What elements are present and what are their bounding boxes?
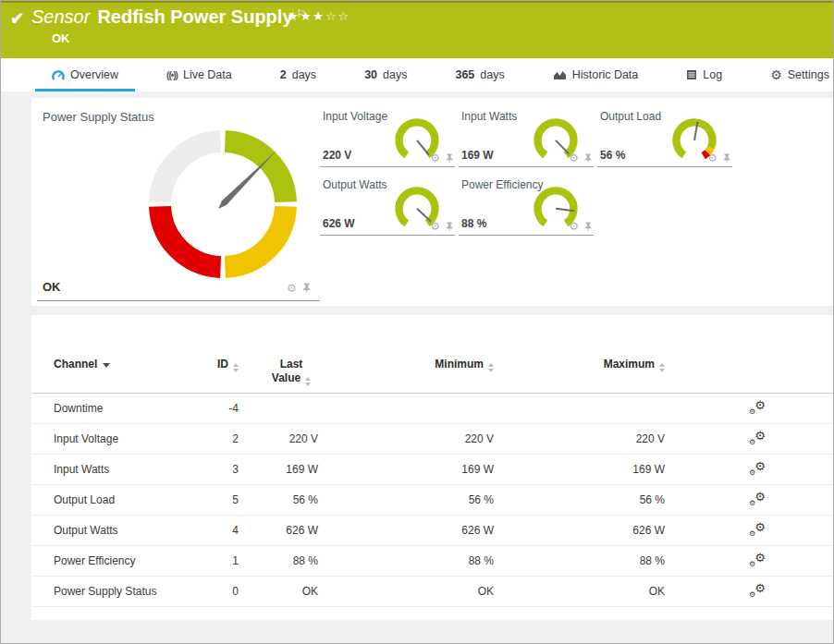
tab-log-label: Log <box>703 68 722 81</box>
channel-name: Power Efficiency <box>31 554 198 567</box>
status-gauge-divider <box>37 300 320 301</box>
channel-last-value: 626 W <box>239 524 318 537</box>
table-row-power-efficiency[interactable]: Power Efficiency 1 88 % 88 % 88 % ⚙⚙ <box>31 546 833 577</box>
tab-overview[interactable]: Overview <box>52 58 118 91</box>
mini-gauge-title: Output Load <box>600 110 661 123</box>
status-gauge-actions: ⚙ <box>287 283 311 294</box>
pin-icon[interactable] <box>723 153 730 164</box>
settings-gear-icon: ⚙ <box>770 68 782 81</box>
tab-historic-data-label: Historic Data <box>572 68 639 81</box>
channel-last-value: 169 W <box>239 463 318 476</box>
channel-id: 4 <box>198 524 239 537</box>
gauge-settings-gear-icon[interactable]: ⚙ <box>287 283 297 294</box>
channel-settings-gears-icon[interactable]: ⚙⚙ <box>749 431 766 446</box>
channel-maximum: 220 V <box>494 432 665 445</box>
table-row-input-voltage[interactable]: Input Voltage 2 220 V 220 V 220 V ⚙⚙ <box>31 424 833 455</box>
tab-overview-label: Overview <box>70 68 118 81</box>
mini-gauge-actions: ⚙ <box>707 152 730 164</box>
pin-icon[interactable] <box>446 222 453 232</box>
status-gauge-title: Power Supply Status <box>43 110 154 124</box>
sort-icon <box>305 377 311 386</box>
table-row-output-watts[interactable]: Output Watts 4 626 W 626 W 626 W ⚙⚙ <box>31 516 833 546</box>
gauge-settings-gear-icon[interactable]: ⚙ <box>430 221 440 232</box>
mini-gauge-output-watts: Output Watts 626 W ⚙ <box>320 177 455 236</box>
mini-gauge-power-efficiency: Power Efficiency 88 % ⚙ <box>459 177 594 236</box>
tab-bar: Overview ((•)) Live Data 2 days 30 days … <box>1 58 833 91</box>
tab-365-days[interactable]: 365 days <box>455 58 504 91</box>
channel-name: Downtime <box>31 402 198 415</box>
tab-30-days-number: 30 <box>364 68 377 81</box>
channel-minimum: 626 W <box>318 524 494 537</box>
table-row-output-load[interactable]: Output Load 5 56 % 56 % 56 % ⚙⚙ <box>31 485 833 516</box>
channel-settings-gears-icon[interactable]: ⚙⚙ <box>749 553 766 568</box>
tab-live-data[interactable]: ((•)) Live Data <box>166 58 232 91</box>
mini-gauge-actions: ⚙ <box>430 221 453 232</box>
mini-gauge-title: Output Watts <box>323 178 387 191</box>
tab-365-days-unit: days <box>480 68 504 81</box>
pin-icon[interactable] <box>446 153 453 164</box>
column-header-last-value[interactable]: Last Value <box>239 358 318 386</box>
mini-gauge-value: 88 % <box>461 217 486 230</box>
column-header-maximum[interactable]: Maximum <box>494 358 665 372</box>
mini-gauge-title: Input Watts <box>461 110 517 123</box>
tab-2-days[interactable]: 2 days <box>280 58 316 91</box>
sort-desc-icon <box>103 363 110 368</box>
channel-settings-gears-icon[interactable]: ⚙⚙ <box>749 584 766 599</box>
table-row-downtime[interactable]: Downtime -4 ⚙⚙ <box>31 394 833 424</box>
tab-2-days-unit: days <box>292 68 316 81</box>
channel-settings-gears-icon[interactable]: ⚙⚙ <box>749 401 766 416</box>
channel-table-panel: Channel ID Last Value Minimum Maximum Do… <box>31 315 833 620</box>
tab-settings[interactable]: ⚙ Settings <box>770 58 829 91</box>
mini-gauge-value: 220 V <box>323 149 351 162</box>
channel-settings-gears-icon[interactable]: ⚙⚙ <box>749 523 766 538</box>
pin-icon[interactable] <box>584 153 592 164</box>
tab-2-days-number: 2 <box>280 68 287 81</box>
channel-last-value: OK <box>239 585 318 598</box>
table-row-input-watts[interactable]: Input Watts 3 169 W 169 W 169 W ⚙⚙ <box>31 455 833 485</box>
tab-live-data-label: Live Data <box>183 68 232 81</box>
column-header-minimum[interactable]: Minimum <box>318 358 494 372</box>
tab-30-days-unit: days <box>383 68 407 81</box>
gauge-settings-gear-icon[interactable]: ⚙ <box>569 152 579 164</box>
sensor-status-text: OK <box>52 31 70 45</box>
channel-minimum: 220 V <box>318 432 494 445</box>
tab-historic-data[interactable]: Historic Data <box>553 58 639 91</box>
channel-name: Output Load <box>31 493 198 506</box>
gauge-settings-gear-icon[interactable]: ⚙ <box>707 152 717 164</box>
status-ok-check-icon: ✔ <box>10 8 24 29</box>
mini-gauge-grid: Input Voltage 220 V ⚙ Input Watts <box>320 109 732 236</box>
gauge-needle <box>556 140 569 154</box>
mini-gauge-actions: ⚙ <box>430 152 453 164</box>
tab-log[interactable]: Log <box>686 58 722 91</box>
status-gauge-value: OK <box>43 280 61 294</box>
prtg-sensor-page: ✔ SensorRedfish Power Supply⚐ ★★★☆☆ OK O… <box>0 0 834 644</box>
mini-gauge-value: 169 W <box>461 149 494 162</box>
mini-gauge-value: 56 % <box>600 149 625 162</box>
pin-icon[interactable] <box>302 283 311 294</box>
mini-gauge-output-load: Output Load 56 % ⚙ <box>597 109 732 167</box>
gauge-settings-gear-icon[interactable]: ⚙ <box>430 152 440 164</box>
tab-30-days[interactable]: 30 days <box>364 58 407 91</box>
gauge-needle <box>417 209 431 222</box>
channel-name: Output Watts <box>31 524 198 537</box>
sort-icon <box>659 363 665 372</box>
channel-settings-gears-icon[interactable]: ⚙⚙ <box>749 462 766 477</box>
mini-gauge-empty-cell <box>597 177 732 236</box>
channel-maximum: 626 W <box>494 524 665 537</box>
channel-settings-gears-icon[interactable]: ⚙⚙ <box>749 492 766 507</box>
channel-last-value: 220 V <box>239 432 318 445</box>
channel-minimum: 56 % <box>318 493 494 506</box>
column-header-channel[interactable]: Channel <box>31 358 198 371</box>
channel-maximum: 56 % <box>494 493 665 506</box>
channel-id: 3 <box>198 463 239 476</box>
table-row-power-supply-status[interactable]: Power Supply Status 0 OK OK OK ⚙⚙ <box>31 577 833 607</box>
pin-icon[interactable] <box>584 222 592 232</box>
column-header-id[interactable]: ID <box>198 358 239 372</box>
priority-stars[interactable]: ★★★☆☆ <box>288 9 350 23</box>
channel-name: Input Watts <box>31 463 198 476</box>
channel-minimum: OK <box>318 585 494 598</box>
gauge-settings-gear-icon[interactable]: ⚙ <box>569 221 579 232</box>
channel-minimum: 88 % <box>318 554 494 567</box>
mini-gauge-input-voltage: Input Voltage 220 V ⚙ <box>320 109 455 167</box>
mini-gauge-actions: ⚙ <box>569 152 592 164</box>
